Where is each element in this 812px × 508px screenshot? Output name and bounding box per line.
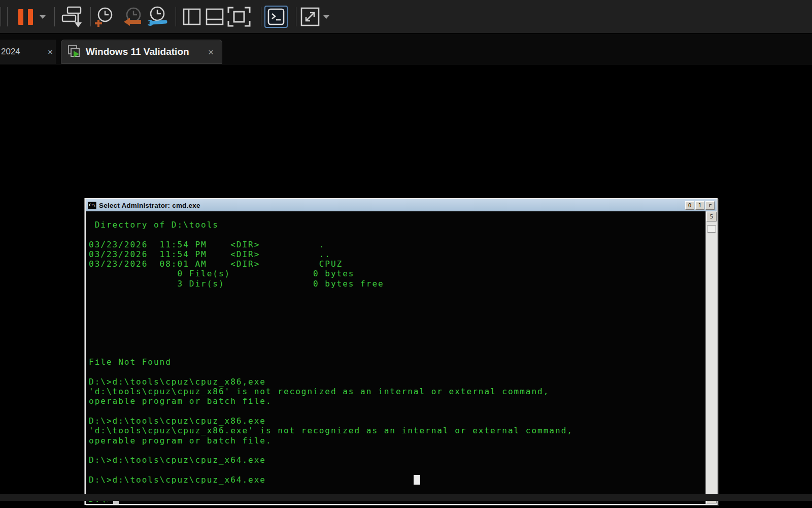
terminal-line: operable program or batch file.	[89, 436, 705, 446]
terminal-line	[89, 318, 705, 328]
pause-icon	[18, 9, 33, 25]
manage-snapshots-button[interactable]	[146, 5, 167, 28]
pause-dropdown[interactable]	[40, 5, 46, 28]
app-window: 2024 × Windows 11 Validation × C:\ Selec…	[0, 0, 812, 508]
terminal-line	[89, 367, 705, 376]
bottom-edge-strip	[0, 494, 812, 501]
vm-tab-bar: 2024 × Windows 11 Validation ×	[0, 34, 812, 65]
terminal-line: 'd:\tools\cpuz\cpuz_x86' is not recogniz…	[89, 387, 705, 396]
terminal-line: File Not Found	[89, 357, 705, 367]
tab-label: Windows 11 Validation	[86, 46, 189, 57]
terminal-line	[89, 485, 705, 494]
maximize-button[interactable]: 1	[695, 201, 704, 210]
cmd-window-title: Select Administrator: cmd.exe	[99, 202, 200, 209]
terminal-line	[89, 465, 705, 474]
cmd-window[interactable]: C:\ Select Administrator: cmd.exe 0 1 r …	[85, 198, 718, 505]
toolbar-separator	[54, 7, 55, 26]
tab-2024[interactable]: 2024 ×	[0, 40, 56, 64]
terminal-line: Directory of D:\tools	[89, 220, 705, 230]
cmd-titlebar[interactable]: C:\ Select Administrator: cmd.exe 0 1 r	[86, 199, 717, 211]
vertical-scrollbar[interactable]: 5 6	[705, 211, 717, 504]
white-block-cursor	[414, 475, 420, 485]
fullscreen-button[interactable]	[300, 5, 320, 28]
ctrl-alt-del-icon	[61, 6, 82, 28]
terminal-line	[89, 406, 705, 416]
terminal-line: 3 Dir(s) 0 bytes free	[89, 279, 705, 289]
terminal-line: 03/23/2026 08:01 AM <DIR> CPUZ	[89, 259, 705, 269]
terminal-line: D:\>d:\tools\cpuz\cpuz_x86.exe	[89, 416, 705, 426]
toolbar-separator	[261, 7, 261, 26]
console-icon	[267, 8, 285, 25]
toolbar	[0, 0, 812, 34]
terminal-line	[89, 446, 705, 455]
fullscreen-icon	[300, 7, 320, 26]
thumbnail-bar-toggle[interactable]	[206, 5, 224, 28]
cmd-icon: C:\	[88, 202, 96, 209]
console-view-button[interactable]	[264, 5, 288, 28]
toolbar-separator	[7, 7, 8, 26]
window-controls: 0 1 r	[685, 201, 715, 210]
cmd-body[interactable]: Directory of D:\tools03/23/2026 11:54 PM…	[86, 211, 717, 504]
terminal-line: D:\>d:\tools\cpuz\cpuz_x64.exe	[89, 455, 705, 465]
scroll-up-button[interactable]: 5	[706, 212, 717, 221]
vm-screen[interactable]: C:\ Select Administrator: cmd.exe 0 1 r …	[0, 65, 812, 501]
terminal-line: 'd:\tools\cpuz\cpuz_x86.exe' is not reco…	[89, 426, 705, 435]
terminal-line	[89, 289, 705, 298]
pause-button[interactable]	[18, 5, 33, 28]
terminal-line: D:\>d:\tools\cpuz\cpuz_x86,exe	[89, 377, 705, 387]
close-button[interactable]: r	[705, 201, 715, 210]
library-panel-toggle[interactable]	[183, 5, 201, 28]
terminal-line: 03/23/2026 11:54 PM <DIR> ..	[89, 249, 705, 259]
chevron-down-icon	[40, 15, 46, 19]
terminal-line: 03/23/2026 11:54 PM <DIR> .	[89, 240, 705, 249]
terminal-line: operable program or batch file.	[89, 396, 705, 406]
terminal-line	[89, 328, 705, 337]
close-icon[interactable]: ×	[205, 47, 217, 57]
tab-windows-11-validation[interactable]: Windows 11 Validation ×	[61, 40, 222, 64]
terminal-line	[89, 308, 705, 318]
snapshot-manager-icon	[146, 6, 167, 27]
vm-powered-on-icon	[67, 45, 81, 59]
chevron-down-icon	[323, 15, 329, 19]
minimize-button[interactable]: 0	[685, 201, 694, 210]
send-ctrl-alt-del-button[interactable]	[61, 5, 82, 28]
toolbar-separator	[1, 7, 1, 26]
console-active-ring	[264, 6, 288, 28]
close-icon[interactable]: ×	[45, 47, 56, 57]
fit-guest-button[interactable]	[227, 5, 251, 28]
scrollbar-thumb[interactable]	[707, 225, 716, 233]
library-panel-icon	[183, 8, 201, 25]
toolbar-separator	[296, 7, 296, 26]
fit-guest-icon	[227, 7, 251, 27]
terminal-line	[89, 230, 705, 239]
terminal-line	[89, 347, 705, 357]
toolbar-separator	[90, 7, 91, 26]
terminal-line	[89, 298, 705, 308]
toolbar-separator	[176, 7, 176, 26]
revert-snapshot-icon	[123, 6, 143, 27]
terminal-line	[89, 338, 705, 347]
tab-label: 2024	[1, 47, 20, 57]
take-snapshot-button[interactable]	[94, 5, 115, 28]
revert-snapshot-button[interactable]	[123, 5, 143, 28]
thumbnail-bar-icon	[206, 8, 224, 25]
fullscreen-dropdown[interactable]	[323, 5, 329, 28]
take-snapshot-icon	[94, 6, 115, 27]
terminal-line: 0 File(s) 0 bytes	[89, 269, 705, 278]
terminal-content[interactable]: Directory of D:\tools03/23/2026 11:54 PM…	[86, 211, 705, 504]
terminal-line: D:\>d:\tools\cpuz\cpuz_x64.exe	[89, 475, 705, 485]
